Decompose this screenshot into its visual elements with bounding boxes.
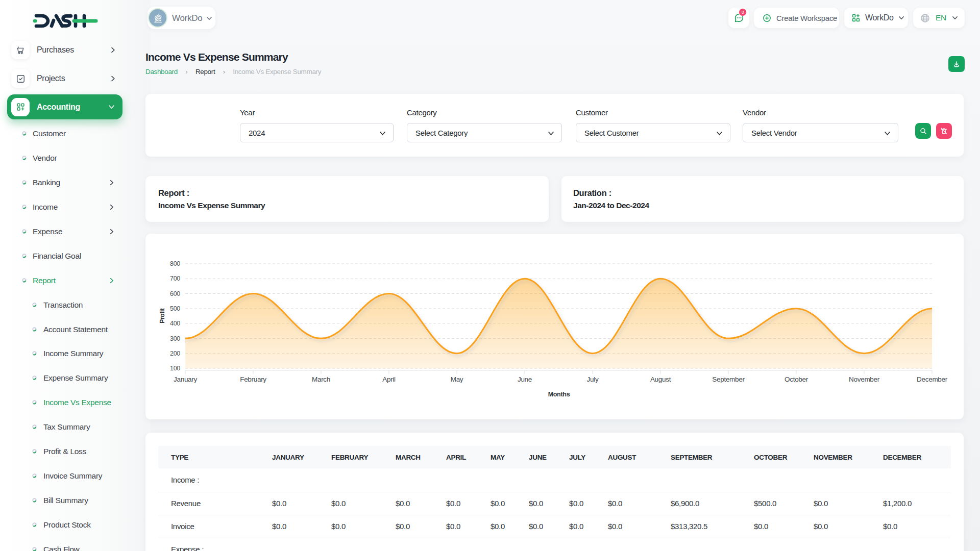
- svg-text:700: 700: [170, 275, 180, 282]
- svg-text:March: March: [312, 375, 330, 383]
- svg-text:100: 100: [170, 365, 180, 372]
- svg-text:400: 400: [170, 320, 180, 327]
- svg-text:October: October: [785, 375, 808, 383]
- svg-text:800: 800: [170, 260, 180, 267]
- svg-text:September: September: [712, 375, 745, 383]
- svg-text:600: 600: [170, 290, 180, 297]
- svg-text:December: December: [917, 375, 948, 383]
- svg-text:300: 300: [170, 335, 180, 342]
- svg-text:Profit: Profit: [159, 308, 166, 323]
- svg-text:200: 200: [170, 350, 180, 357]
- svg-text:Months: Months: [548, 391, 570, 398]
- svg-text:500: 500: [170, 305, 180, 312]
- svg-text:June: June: [518, 375, 532, 383]
- svg-text:August: August: [650, 375, 671, 383]
- svg-text:January: January: [174, 375, 197, 383]
- svg-text:November: November: [849, 375, 880, 383]
- svg-text:February: February: [240, 375, 266, 383]
- svg-text:May: May: [451, 375, 463, 383]
- svg-text:July: July: [587, 375, 599, 383]
- svg-text:April: April: [382, 375, 396, 383]
